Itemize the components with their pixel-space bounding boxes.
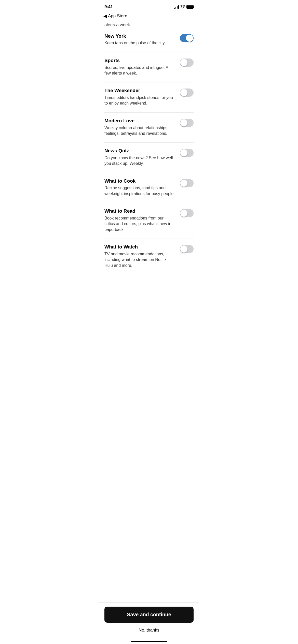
newsletter-text-the-weekender: The Weekender Times editors handpick sto… xyxy=(104,87,180,106)
toggle-thumb-news-quiz xyxy=(180,149,187,156)
divider xyxy=(104,142,194,143)
toggle-thumb-what-to-watch xyxy=(180,245,187,253)
newsletter-desc-what-to-watch: TV and movie recommendations, including … xyxy=(104,251,175,268)
toggle-container-what-to-read xyxy=(180,209,194,217)
newsletter-title-what-to-read: What to Read xyxy=(104,208,175,214)
newsletter-list: New York Keep tabs on the pulse of the c… xyxy=(104,33,194,268)
back-label: App Store xyxy=(108,13,127,19)
newsletter-text-news-quiz: News Quiz Do you know the news? See how … xyxy=(104,148,180,166)
wifi-icon xyxy=(180,5,185,9)
newsletter-text-sports: Sports Scores, live updates and intrigue… xyxy=(104,57,180,76)
toggle-thumb-sports xyxy=(180,59,187,66)
status-icons xyxy=(174,5,194,9)
toggle-container-what-to-watch xyxy=(180,245,194,253)
battery-icon xyxy=(186,5,194,9)
newsletter-desc-what-to-cook: Recipe suggestions, food tips and weekni… xyxy=(104,185,175,197)
toggle-what-to-read[interactable] xyxy=(180,209,194,217)
nav-bar: ◀ App Store xyxy=(99,12,199,21)
toggle-new-york[interactable] xyxy=(180,34,194,42)
divider xyxy=(104,112,194,113)
back-button[interactable]: ◀ App Store xyxy=(103,13,127,19)
toggle-thumb-the-weekender xyxy=(180,89,187,96)
newsletter-item-what-to-read: What to Read Book recommendations from o… xyxy=(104,208,194,232)
newsletter-item-the-weekender: The Weekender Times editors handpick sto… xyxy=(104,87,194,106)
newsletter-item-new-york: New York Keep tabs on the pulse of the c… xyxy=(104,33,194,46)
divider xyxy=(104,52,194,52)
toggle-news-quiz[interactable] xyxy=(180,149,194,157)
newsletter-title-news-quiz: News Quiz xyxy=(104,148,175,154)
toggle-thumb-what-to-read xyxy=(180,210,187,217)
divider xyxy=(104,173,194,173)
newsletter-text-modern-love: Modern Love Weekly column about relation… xyxy=(104,118,180,136)
newsletter-desc-news-quiz: Do you know the news? See how well you s… xyxy=(104,155,175,167)
content-area: alerts a week. New York Keep tabs on the… xyxy=(99,21,199,315)
newsletter-title-modern-love: Modern Love xyxy=(104,118,175,124)
newsletter-text-new-york: New York Keep tabs on the pulse of the c… xyxy=(104,33,180,46)
partial-text: alerts a week. xyxy=(104,21,194,28)
toggle-modern-love[interactable] xyxy=(180,119,194,127)
newsletter-item-what-to-watch: What to Watch TV and movie recommendatio… xyxy=(104,244,194,268)
newsletter-title-sports: Sports xyxy=(104,57,175,64)
toggle-what-to-cook[interactable] xyxy=(180,179,194,187)
divider xyxy=(104,82,194,82)
status-time: 9:41 xyxy=(104,4,113,9)
toggle-the-weekender[interactable] xyxy=(180,89,194,97)
divider xyxy=(104,203,194,203)
newsletter-desc-what-to-read: Book recommendations from our critics an… xyxy=(104,215,175,232)
newsletter-item-sports: Sports Scores, live updates and intrigue… xyxy=(104,57,194,76)
newsletter-title-new-york: New York xyxy=(104,33,175,39)
toggle-container-news-quiz xyxy=(180,149,194,157)
newsletter-desc-new-york: Keep tabs on the pulse of the city. xyxy=(104,40,175,46)
newsletter-text-what-to-watch: What to Watch TV and movie recommendatio… xyxy=(104,244,180,268)
toggle-what-to-watch[interactable] xyxy=(180,245,194,253)
newsletter-title-the-weekender: The Weekender xyxy=(104,87,175,94)
newsletter-desc-modern-love: Weekly column about relationships, feeli… xyxy=(104,125,175,137)
toggle-thumb-modern-love xyxy=(180,119,187,126)
newsletter-desc-sports: Scores, live updates and intrigue. A few… xyxy=(104,65,175,76)
newsletter-item-what-to-cook: What to Cook Recipe suggestions, food ti… xyxy=(104,178,194,197)
newsletter-item-modern-love: Modern Love Weekly column about relation… xyxy=(104,118,194,136)
toggle-thumb-new-york xyxy=(186,35,193,42)
toggle-sports[interactable] xyxy=(180,58,194,67)
newsletter-text-what-to-cook: What to Cook Recipe suggestions, food ti… xyxy=(104,178,180,197)
newsletter-title-what-to-watch: What to Watch xyxy=(104,244,175,250)
toggle-container-what-to-cook xyxy=(180,179,194,187)
toggle-container-the-weekender xyxy=(180,89,194,97)
toggle-container-new-york xyxy=(180,34,194,42)
status-bar: 9:41 xyxy=(99,0,199,12)
toggle-container-sports xyxy=(180,58,194,67)
newsletter-title-what-to-cook: What to Cook xyxy=(104,178,175,184)
newsletter-desc-the-weekender: Times editors handpick stories for you t… xyxy=(104,95,175,106)
toggle-thumb-what-to-cook xyxy=(180,180,187,187)
newsletter-item-news-quiz: News Quiz Do you know the news? See how … xyxy=(104,148,194,166)
newsletter-text-what-to-read: What to Read Book recommendations from o… xyxy=(104,208,180,232)
divider xyxy=(104,239,194,239)
back-arrow-icon: ◀ xyxy=(103,13,107,19)
signal-icon xyxy=(174,5,179,9)
toggle-container-modern-love xyxy=(180,119,194,127)
